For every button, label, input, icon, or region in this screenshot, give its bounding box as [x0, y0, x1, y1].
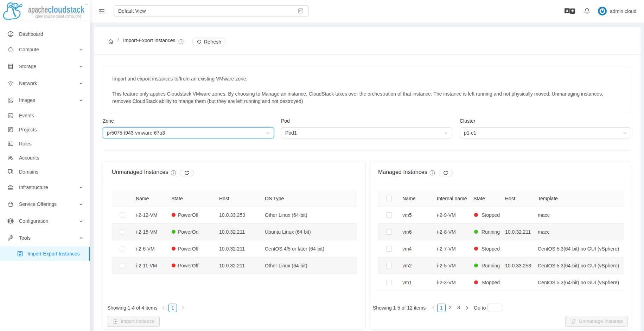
- svg-text:A: A: [566, 9, 569, 13]
- svg-text:apache: apache: [28, 4, 48, 15]
- svg-text:?: ?: [180, 40, 182, 44]
- svg-text:open source cloud computing: open source cloud computing: [35, 14, 81, 18]
- svg-text:cloudstack: cloudstack: [48, 4, 84, 15]
